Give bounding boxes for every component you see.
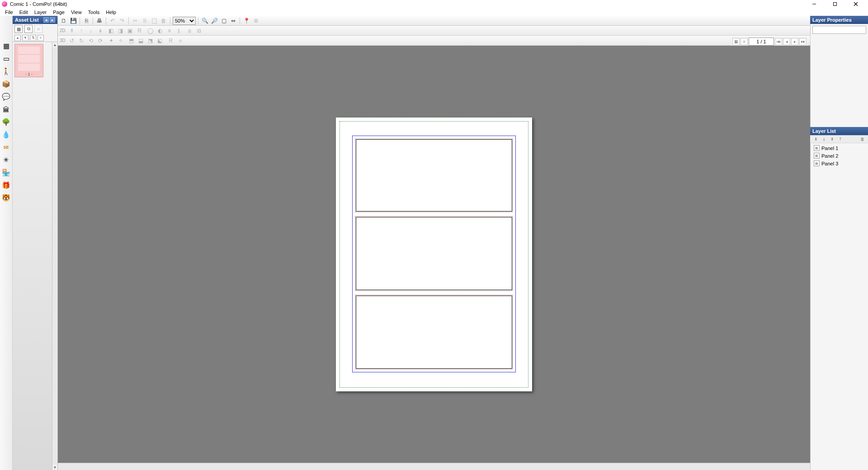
layer-properties-field[interactable]: [812, 26, 866, 34]
page-thumbnail-1[interactable]: - 1 -: [14, 44, 43, 77]
2d-btn-3: ↓: [87, 27, 95, 35]
2d-btn-2: ↑: [77, 27, 85, 35]
right-column: Layer Properties Layer List ⬇ ⤓ ⬆ ⤒ 🗑: [810, 16, 868, 470]
layer-up-icon[interactable]: ⬆: [829, 136, 835, 142]
3d-btn-12: ⟡: [176, 37, 184, 45]
first-page-icon[interactable]: ⏮: [775, 38, 782, 45]
minimize-button[interactable]: [804, 0, 825, 8]
layer-row[interactable]: ▦ Panel 2: [812, 152, 866, 160]
asset-up-icon[interactable]: ▲: [14, 35, 21, 41]
3d-btn-7: ⬒: [127, 37, 136, 45]
scroll-up-icon[interactable]: ▲: [52, 42, 57, 47]
2d-btn-5: ◧: [107, 27, 115, 35]
3d-btn-10: ⬕: [156, 37, 164, 45]
layer-row[interactable]: ▦ Panel 3: [812, 160, 866, 167]
redo-icon: ↷: [118, 17, 126, 25]
asset-collapse-icon[interactable]: ◂: [43, 17, 49, 23]
toolbar-3d: 3D ↺ ↻ ⟲ ⟳ ✦ ✧ ⬒ ⬓ ⬔ ⬕ R ⟡: [58, 36, 810, 46]
layer-tools: ⬇ ⤓ ⬆ ⤒ 🗑: [810, 135, 868, 143]
asset-expand-icon[interactable]: ▸: [50, 17, 55, 23]
asset-sort-icon[interactable]: ⇅: [30, 35, 36, 41]
panel-2[interactable]: [356, 217, 512, 290]
center-column: 🗋 💾 ⎘ 🖶 ↶ ↷ ✂ ⎘ 📋 🗑 25%50%75%100%150%200…: [58, 16, 810, 470]
2d-btn-7: ▣: [126, 27, 134, 35]
3d-btn-3: ⟲: [87, 37, 95, 45]
page-grid-icon[interactable]: ▦: [732, 38, 740, 45]
zoom-out-icon[interactable]: 🔎: [210, 17, 218, 25]
pin-icon[interactable]: 📍: [242, 17, 250, 25]
layer-name: Panel 2: [821, 153, 838, 159]
canvas-area[interactable]: [58, 46, 810, 463]
save-icon[interactable]: 💾: [69, 17, 77, 25]
fit-page-icon[interactable]: ▢: [220, 17, 228, 25]
next-page-icon[interactable]: ▸: [791, 38, 798, 45]
scroll-down-icon[interactable]: ▼: [52, 465, 57, 470]
zoom-in-icon[interactable]: 🔍: [201, 17, 209, 25]
menu-layer[interactable]: Layer: [31, 9, 50, 15]
export-icon[interactable]: ⎘: [82, 17, 90, 25]
building-icon[interactable]: 🏛: [1, 104, 11, 114]
2d-btn-12: ⫿: [175, 27, 183, 35]
2d-btn-10: ◐: [156, 27, 164, 35]
print-icon[interactable]: 🖶: [95, 17, 104, 25]
asset-scrollbar[interactable]: ▲ ▼: [52, 42, 57, 470]
3d-object-icon[interactable]: 📦: [1, 79, 11, 89]
menu-page[interactable]: Page: [50, 9, 68, 15]
2d-btn-9: ◯: [146, 27, 155, 35]
menu-view[interactable]: View: [68, 9, 85, 15]
page-list-icon[interactable]: ≡: [741, 38, 748, 45]
last-page-icon[interactable]: ⏭: [799, 38, 807, 45]
comic-page[interactable]: [336, 118, 532, 391]
asset-new-icon[interactable]: ▦: [14, 25, 23, 33]
new-file-icon[interactable]: 🗋: [60, 17, 68, 25]
panel-layout-icon[interactable]: ▦: [1, 41, 11, 51]
layer-row[interactable]: ▦ Panel 1: [812, 144, 866, 152]
layer-trash-icon[interactable]: 🗑: [859, 136, 865, 142]
3d-btn-9: ⬔: [146, 37, 155, 45]
layer-icon: ▦: [814, 153, 820, 159]
menu-file[interactable]: File: [2, 9, 16, 15]
gift-icon[interactable]: 🎁: [1, 180, 11, 190]
drop-icon[interactable]: 💧: [1, 130, 11, 140]
menu-edit[interactable]: Edit: [16, 9, 31, 15]
panel-1[interactable]: [356, 139, 512, 212]
shop-icon[interactable]: 🏪: [1, 168, 11, 178]
maximize-button[interactable]: [825, 0, 845, 8]
layer-bottom-icon[interactable]: ⤓: [821, 136, 827, 142]
prev-page-icon[interactable]: ◂: [783, 38, 790, 45]
layer-name: Panel 3: [821, 161, 838, 166]
balloon-icon[interactable]: 💬: [1, 92, 11, 102]
toolbar-2d: 2D ↟ ↑ ↓ ↡ ◧ ◨ ▣ R ◯ ◐ ≡ ⫿ ⫼ ⧉: [58, 26, 810, 36]
3d-btn-11: R: [167, 37, 175, 45]
horizontal-scrollbar[interactable]: [58, 463, 810, 470]
2d-btn-4: ↡: [96, 27, 104, 35]
character-icon[interactable]: 🚶: [1, 66, 11, 76]
2d-btn-14: ⧉: [195, 27, 203, 35]
2d-btn-6: ◨: [117, 27, 125, 35]
asset-subbar: ▲ ▼ ⇅ ≡: [13, 34, 57, 42]
close-button[interactable]: [845, 0, 866, 8]
menu-help[interactable]: Help: [103, 9, 119, 15]
effect-icon[interactable]: ✳: [1, 155, 11, 165]
zoom-select[interactable]: 25%50%75%100%150%200%: [173, 17, 196, 25]
page-navigator: ▦ ≡ 1 / 1 ⏮ ◂ ▸ ⏭: [731, 37, 807, 47]
panel-3[interactable]: [356, 296, 512, 369]
asset-panel: Asset List ◂ ▸ ▦ ⧉ ✕ ▲ ▼ ⇅ ≡ - 1 -: [13, 16, 58, 470]
asset-down-icon[interactable]: ▼: [22, 35, 28, 41]
panel-frame-icon[interactable]: ▭: [1, 54, 11, 64]
sound-effect-icon[interactable]: SE: [1, 142, 11, 152]
face-icon[interactable]: 🐯: [1, 193, 11, 203]
menu-tools[interactable]: Tools: [85, 9, 103, 15]
layer-icon: ▦: [814, 145, 820, 151]
asset-dup-icon[interactable]: ⧉: [24, 25, 33, 33]
title-bar: Comic 1 - ComiPo! (64bit): [0, 0, 868, 8]
asset-panel-header: Asset List ◂ ▸: [13, 16, 57, 24]
fit-width-icon[interactable]: ⇔: [229, 17, 237, 25]
menu-bar: File Edit Layer Page View Tools Help: [0, 8, 868, 16]
tree-icon[interactable]: 🌳: [1, 117, 11, 127]
undo-icon: ↶: [108, 17, 117, 25]
layer-top-icon[interactable]: ⤒: [837, 136, 844, 142]
3d-btn-1: ↺: [68, 37, 76, 45]
layer-down-icon[interactable]: ⬇: [813, 136, 819, 142]
asset-more-icon[interactable]: ≡: [38, 35, 44, 41]
